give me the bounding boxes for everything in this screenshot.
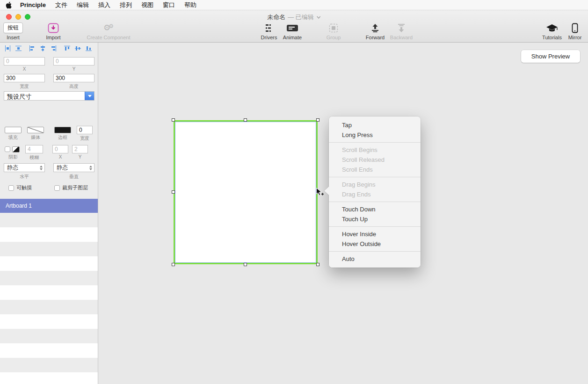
menu-view[interactable]: 视图 bbox=[141, 1, 153, 9]
title-chevron-down-icon[interactable] bbox=[317, 16, 321, 19]
app-menu[interactable]: Principle bbox=[20, 1, 46, 8]
toolbar-mirror[interactable]: Mirror bbox=[564, 22, 586, 40]
layer-item-artboard-1[interactable]: Artboard 1 bbox=[0, 199, 98, 213]
import-icon bbox=[48, 23, 59, 33]
touchable-checkbox[interactable] bbox=[8, 185, 14, 191]
menu-item-auto[interactable]: Auto bbox=[329, 254, 421, 264]
vertical-behavior-select[interactable]: 静态 bbox=[53, 163, 94, 172]
clip-sublayers-checkbox[interactable] bbox=[54, 185, 60, 191]
menu-item-long-press[interactable]: Long Press bbox=[329, 130, 421, 140]
layer-list-empty-row bbox=[0, 372, 98, 384]
y-position-field[interactable] bbox=[53, 57, 94, 65]
border-label: 边框 bbox=[54, 134, 71, 141]
align-left-icon[interactable] bbox=[29, 45, 35, 51]
menu-item-drag-ends: Drag Ends bbox=[329, 189, 421, 199]
menu-item-hover-outside[interactable]: Hover Outside bbox=[329, 239, 421, 249]
height-field[interactable] bbox=[53, 74, 94, 82]
separator bbox=[329, 226, 421, 227]
stepper-icon[interactable] bbox=[87, 164, 94, 172]
align-center-horizontally-icon[interactable] bbox=[40, 45, 46, 51]
resize-handle-middle-left[interactable] bbox=[172, 190, 175, 194]
shadow-x-field[interactable] bbox=[52, 145, 68, 153]
horizontal-behavior-select[interactable]: 静态 bbox=[4, 163, 45, 172]
shadow-y-field[interactable] bbox=[72, 145, 88, 153]
show-preview-button[interactable]: Show Preview bbox=[521, 50, 580, 63]
x-position-label: X bbox=[4, 66, 45, 72]
distribute-horizontally-icon[interactable] bbox=[5, 45, 11, 51]
resize-handle-bottom-middle[interactable] bbox=[244, 263, 247, 266]
menu-window[interactable]: 窗口 bbox=[163, 1, 175, 9]
menu-arrange[interactable]: 排列 bbox=[120, 1, 132, 9]
shadow-color-swatch[interactable] bbox=[12, 146, 20, 152]
layer-list-empty-row bbox=[0, 358, 98, 372]
border-width-field[interactable] bbox=[77, 126, 93, 134]
menu-help[interactable]: 帮助 bbox=[184, 1, 196, 9]
resize-handle-bottom-left[interactable] bbox=[172, 263, 175, 266]
touchable-label: 可触摸 bbox=[16, 184, 32, 191]
shadow-blur-field[interactable] bbox=[25, 145, 43, 153]
toolbar-drivers[interactable]: Drivers bbox=[256, 22, 282, 40]
x-position-field[interactable] bbox=[4, 57, 45, 65]
create-component-gears-icon: ⚙⚙ bbox=[79, 22, 138, 34]
toolbar-mirror-label: Mirror bbox=[564, 35, 586, 40]
menu-item-tap[interactable]: Tap bbox=[329, 120, 421, 130]
shadow-blur-label: 模糊 bbox=[25, 154, 43, 161]
insert-shape-button[interactable]: 按钮 bbox=[3, 22, 23, 33]
layer-list-empty-row bbox=[0, 329, 98, 343]
separator bbox=[329, 177, 421, 177]
layer-list-empty-row bbox=[0, 227, 98, 242]
width-field[interactable] bbox=[4, 74, 45, 82]
toolbar-insert[interactable]: 按钮 Insert bbox=[2, 22, 24, 40]
menu-file[interactable]: 文件 bbox=[55, 1, 67, 9]
menu-item-hover-inside[interactable]: Hover Inside bbox=[329, 229, 421, 239]
fill-color-swatch[interactable] bbox=[5, 127, 22, 133]
menu-item-touch-up[interactable]: Touch Up bbox=[329, 214, 421, 224]
popover-arrow-icon bbox=[324, 187, 329, 195]
close-button[interactable] bbox=[6, 14, 12, 20]
window-title: 未命名 — 已编辑 bbox=[267, 13, 321, 22]
apple-menu[interactable] bbox=[6, 1, 12, 9]
resize-handle-top-middle[interactable] bbox=[244, 118, 247, 122]
toolbar-animate[interactable]: Animate bbox=[279, 22, 305, 40]
menu-edit[interactable]: 编辑 bbox=[77, 1, 89, 9]
artboard-1[interactable] bbox=[175, 122, 316, 263]
clip-sublayers-option[interactable]: 裁剪子图层 bbox=[54, 184, 88, 191]
horizontal-label: 水平 bbox=[4, 174, 45, 180]
toolbar-backward-label: Backward bbox=[388, 35, 415, 40]
toolbar-import-label: Import bbox=[40, 35, 66, 40]
align-top-icon[interactable] bbox=[64, 45, 70, 51]
layer-list-empty-row bbox=[0, 285, 98, 300]
align-right-icon[interactable] bbox=[51, 45, 57, 51]
media-swatch[interactable] bbox=[27, 127, 44, 133]
menu-item-touch-down[interactable]: Touch Down bbox=[329, 204, 421, 214]
toolbar-forward[interactable]: Forward bbox=[363, 22, 387, 40]
canvas[interactable]: Show Preview Tap Long Press Scroll Begin… bbox=[99, 43, 588, 384]
tutorials-graduation-cap-icon bbox=[546, 23, 558, 33]
resize-handle-top-left[interactable] bbox=[172, 118, 175, 122]
resize-handle-top-right[interactable] bbox=[316, 118, 319, 122]
zoom-button[interactable] bbox=[25, 14, 30, 20]
preset-size-select[interactable]: 预设尺寸 bbox=[4, 91, 94, 101]
clip-sublayers-label: 裁剪子图层 bbox=[62, 184, 88, 191]
distribute-vertically-icon[interactable] bbox=[15, 45, 22, 51]
toolbar-tutorials[interactable]: Tutorials bbox=[539, 22, 565, 40]
apple-logo-icon bbox=[6, 1, 12, 9]
group-icon bbox=[329, 23, 338, 33]
resize-handle-bottom-right[interactable] bbox=[316, 263, 319, 266]
shadow-label: 阴影 bbox=[5, 154, 22, 160]
stepper-icon[interactable] bbox=[37, 164, 44, 172]
layer-list bbox=[0, 213, 98, 384]
layer-list-empty-row bbox=[0, 271, 98, 285]
preset-chevron-down-icon[interactable] bbox=[85, 92, 94, 100]
y-position-label: Y bbox=[53, 66, 94, 72]
shadow-checkbox[interactable] bbox=[5, 146, 10, 152]
layer-list-empty-row bbox=[0, 314, 98, 329]
menu-insert[interactable]: 插入 bbox=[98, 1, 110, 9]
touchable-option[interactable]: 可触摸 bbox=[8, 184, 32, 191]
border-color-swatch[interactable] bbox=[54, 127, 71, 133]
align-middle-vertically-icon[interactable] bbox=[75, 45, 81, 51]
window-toolbar: 未命名 — 已编辑 按钮 Insert Import ⚙⚙ Create Com… bbox=[0, 10, 588, 43]
minimize-button[interactable] bbox=[15, 14, 21, 20]
align-bottom-icon[interactable] bbox=[86, 45, 92, 51]
toolbar-import[interactable]: Import bbox=[40, 22, 66, 40]
